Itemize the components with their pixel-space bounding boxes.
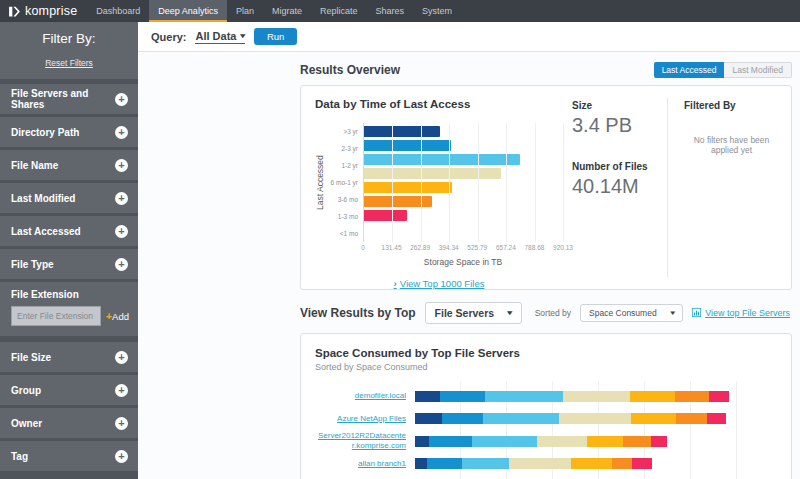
space-consumed-panel: Space Consumed by Top File Servers Sorte… — [300, 333, 792, 479]
x-tick-label: 131.45 — [382, 244, 402, 251]
nav-item-dashboard[interactable]: Dashboard — [87, 0, 149, 22]
nav-item-plan[interactable]: Plan — [227, 0, 263, 22]
access-chart-title: Data by Time of Last Access — [315, 98, 570, 110]
access-chart-xlabel: Storage Space in TB — [363, 257, 563, 267]
bar-segment — [676, 413, 707, 424]
server-link[interactable]: allan branch1 — [315, 459, 415, 469]
filter-label: Last Modified — [11, 193, 75, 204]
bar-segment — [462, 458, 509, 469]
x-tick-label: 525.79 — [467, 244, 487, 251]
filter-label: File Type — [11, 259, 54, 270]
gridline — [535, 123, 536, 242]
query-select[interactable]: All Data ▾ — [195, 30, 244, 44]
plus-circle-icon[interactable]: + — [115, 192, 128, 205]
content-column: Results Overview Last Accessed Last Modi… — [138, 52, 800, 479]
gridline — [421, 123, 422, 242]
filter-label: File Servers and Shares — [11, 88, 115, 110]
filtered-by-label: Filtered By — [684, 100, 779, 111]
access-bar--1-mo — [364, 210, 407, 221]
filter-directory-path[interactable]: Directory Path+ — [0, 117, 138, 147]
size-label: Size — [572, 100, 667, 111]
file-extension-label: File Extension — [11, 289, 129, 300]
filter-tag[interactable]: Tag+ — [0, 441, 138, 471]
plus-circle-icon[interactable]: + — [115, 126, 128, 139]
komprise-logo: komprise — [0, 4, 87, 18]
gridline — [478, 123, 479, 242]
plus-circle-icon[interactable]: + — [115, 258, 128, 271]
y-category-label: 1-3 mo — [328, 208, 358, 225]
filtered-by-column: Filtered By No filters have been applied… — [668, 98, 791, 289]
stacked-bar — [415, 436, 777, 447]
filter-file-name[interactable]: File Name+ — [0, 150, 138, 180]
filter-group[interactable]: Group+ — [0, 375, 138, 405]
access-chart-xticks: 0131.45262.89394.34525.79657.24788.68920… — [363, 242, 563, 252]
server-link[interactable]: Server2012R2Datacenter.komprise.com — [315, 431, 415, 451]
plus-circle-icon[interactable]: + — [115, 351, 128, 364]
last-modified-toggle[interactable]: Last Modified — [724, 62, 792, 78]
plus-circle-icon[interactable]: + — [115, 93, 128, 106]
space-consumed-chart-subtitle: Sorted by Space Consumed — [315, 362, 777, 372]
size-value: 3.4 PB — [572, 114, 667, 137]
plus-circle-icon[interactable]: + — [115, 417, 128, 430]
y-category-label: >3 yr — [328, 123, 358, 140]
view-top-1000-files-link[interactable]: ›View Top 1000 Files — [315, 278, 563, 289]
access-chart-categories: >3 yr2-3 yr1-2 yr6 mo-1 yr3-6 mo1-3 mo<1… — [328, 123, 363, 242]
bar-segment — [632, 458, 652, 469]
plus-circle-icon[interactable]: + — [115, 384, 128, 397]
nav-item-shares[interactable]: Shares — [366, 0, 413, 22]
last-accessed-toggle[interactable]: Last Accessed — [654, 62, 725, 78]
server-link[interactable]: demofiler.local — [315, 391, 415, 401]
stacked-bar — [415, 458, 777, 469]
main-area: Query: All Data ▾ Run Results Overview L… — [138, 22, 800, 479]
filter-owner[interactable]: Owner+ — [0, 408, 138, 438]
nav-item-system[interactable]: System — [413, 0, 461, 22]
view-top-file-servers-link[interactable]: View top File Servers — [692, 308, 790, 319]
filter-last-accessed[interactable]: Last Accessed+ — [0, 216, 138, 246]
y-category-label: 6 mo-1 yr — [328, 174, 358, 191]
add-extension-button[interactable]: +Add — [106, 310, 129, 322]
access-modified-toggle: Last Accessed Last Modified — [654, 62, 792, 78]
file-servers-select[interactable]: File Servers ▾ — [425, 302, 522, 324]
bar-segment — [612, 458, 632, 469]
y-category-label: <1 mo — [328, 225, 358, 242]
query-label: Query: — [151, 31, 186, 43]
nav-item-migrate[interactable]: Migrate — [263, 0, 311, 22]
file-extension-input[interactable] — [11, 306, 101, 326]
komprise-logo-text: komprise — [25, 4, 77, 18]
access-bar-6-mo-1-yr — [364, 168, 501, 179]
chevron-down-icon: ▾ — [507, 309, 512, 317]
filter-label: Directory Path — [11, 127, 79, 138]
bar-segment — [631, 413, 676, 424]
plus-circle-icon[interactable]: + — [115, 450, 128, 463]
reset-filters-link[interactable]: Reset Filters — [45, 58, 93, 68]
server-link[interactable]: Azure NetApp Files — [315, 414, 415, 424]
stacked-bar — [415, 413, 777, 424]
filter-label: Group — [11, 385, 41, 396]
nav-item-deep-analytics[interactable]: Deep Analytics — [149, 0, 227, 22]
space-consumed-chart: demofiler.localAzure NetApp FilesServer2… — [315, 385, 777, 479]
server-row: Server2012R2Datacenter.komprise.com — [315, 430, 777, 453]
plus-circle-icon[interactable]: + — [115, 159, 128, 172]
x-tick-label: 0 — [361, 244, 365, 251]
bar-segment — [563, 391, 630, 402]
y-category-label: 1-2 yr — [328, 157, 358, 174]
chevron-down-icon: ▾ — [241, 32, 246, 40]
run-button[interactable]: Run — [254, 28, 297, 45]
sorted-by-select[interactable]: Space Consumed ▾ — [580, 304, 683, 322]
filter-file-type[interactable]: File Type+ — [0, 249, 138, 279]
access-bar-1-2-yr — [364, 154, 520, 165]
plus-circle-icon[interactable]: + — [115, 225, 128, 238]
filter-last-modified[interactable]: Last Modified+ — [0, 183, 138, 213]
bar-segment — [537, 436, 587, 447]
filter-by-title: Filter By: — [0, 31, 138, 46]
server-row: Azure NetApp Files — [315, 408, 777, 431]
filter-file-size[interactable]: File Size+ — [0, 342, 138, 372]
filter-file-servers-and-shares[interactable]: File Servers and Shares+ — [0, 84, 138, 114]
bar-segment — [485, 391, 563, 402]
access-chart-plot — [363, 123, 563, 242]
nav-item-replicate[interactable]: Replicate — [311, 0, 367, 22]
results-overview-panel: Data by Time of Last Access Last Accesse… — [300, 85, 792, 290]
stacked-bar — [415, 391, 777, 402]
bar-segment — [587, 436, 622, 447]
x-tick-label: 394.34 — [439, 244, 459, 251]
